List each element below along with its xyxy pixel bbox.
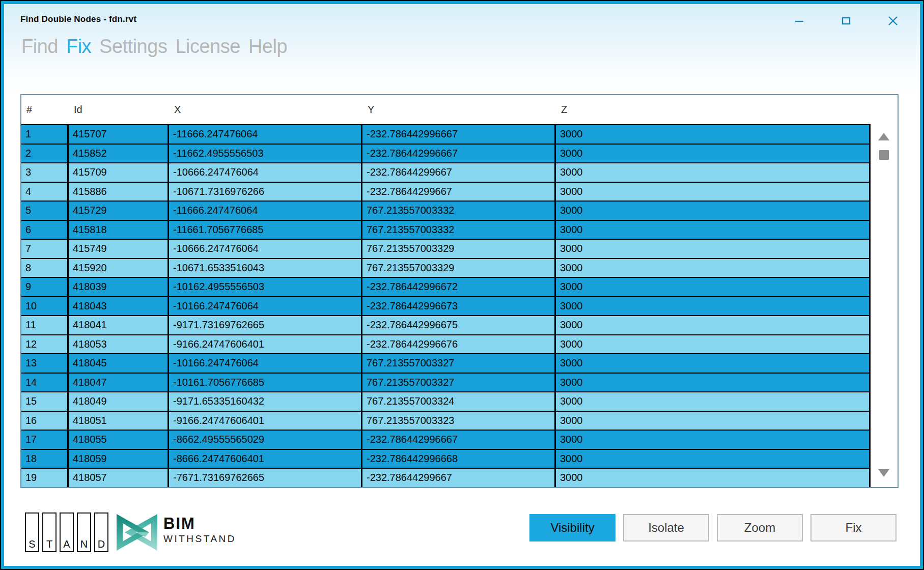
table-row[interactable]: 18418059-8666.24747606401-232.7864429966… — [21, 449, 871, 468]
scroll-thumb[interactable] — [879, 150, 889, 160]
table-row[interactable]: 3415709-10666.247476064-232.786442996673… — [21, 162, 871, 182]
cell: 415707 — [69, 125, 169, 144]
cell: 415729 — [69, 202, 169, 220]
cell: -10666.247476064 — [169, 240, 362, 258]
menu-item-settings[interactable]: Settings — [99, 36, 167, 58]
cell: -10666.247476064 — [169, 163, 362, 182]
cell: 3000 — [556, 374, 871, 392]
window-controls — [794, 15, 899, 26]
cell: 3000 — [556, 221, 871, 239]
table-row[interactable]: 12418053-9166.24747606401-232.7864429966… — [21, 334, 871, 354]
cell: 3000 — [556, 412, 871, 430]
cell: 3000 — [556, 316, 871, 334]
cell: -232.786442996667 — [362, 431, 556, 449]
table-row[interactable]: 19418057-7671.73169762665-232.7864429966… — [21, 468, 871, 487]
cell: 415709 — [69, 163, 169, 182]
table-row[interactable]: 15418049-9171.65335160432767.21355700332… — [21, 391, 871, 411]
app-window: Find Double Nodes - fdn.rvt FindFixSetti… — [0, 0, 924, 570]
cell: 418045 — [69, 354, 169, 373]
cell: 3000 — [556, 145, 871, 163]
stand-logo-letter: S — [25, 512, 39, 552]
table-row[interactable]: 10418043-10166.247476064-232.78644299667… — [21, 296, 871, 316]
cell: 16 — [21, 412, 69, 430]
cell: 415852 — [69, 145, 169, 163]
stand-logo-letter: A — [60, 512, 74, 552]
cell: 418039 — [69, 278, 169, 296]
brand-bim: BIM — [163, 516, 236, 531]
cell: 3000 — [556, 259, 871, 277]
table-row[interactable]: 16418051-9166.24747606401767.21355700332… — [21, 411, 871, 430]
isolate-button[interactable]: Isolate — [623, 514, 709, 542]
cell: 418055 — [69, 431, 169, 449]
table-header: #IdXYZ — [21, 95, 898, 124]
cell: 415818 — [69, 221, 169, 239]
cell: 418059 — [69, 450, 169, 468]
cell: 767.213557003324 — [362, 392, 556, 411]
bim-withstand-logo-icon — [116, 513, 158, 552]
cell: 418051 — [69, 412, 169, 430]
cell: 7 — [21, 240, 69, 258]
cell: 14 — [21, 374, 69, 392]
cell: 5 — [21, 202, 69, 220]
cell: -232.786442996673 — [362, 297, 556, 316]
cell: -232.78644299667 — [362, 469, 556, 487]
cell: 3000 — [556, 202, 871, 220]
maximize-icon[interactable] — [841, 15, 852, 26]
cell: 3000 — [556, 354, 871, 373]
menu-item-help[interactable]: Help — [248, 36, 287, 58]
cell: -8662.49555565029 — [169, 431, 362, 449]
stand-logo-letter: T — [42, 512, 57, 552]
cell: 9 — [21, 278, 69, 296]
cell: 6 — [21, 221, 69, 239]
cell: -11666.247476064 — [169, 202, 362, 220]
table-row[interactable]: 9418039-10162.4955556503-232.78644299667… — [21, 277, 871, 296]
cell: -10671.6533516043 — [169, 259, 362, 277]
table-row[interactable]: 14418047-10161.7056776685767.21355700332… — [21, 373, 871, 392]
fix-button[interactable]: Fix — [810, 514, 897, 542]
cell: 4 — [21, 183, 69, 201]
cell: 418041 — [69, 316, 169, 334]
cell: -11661.7056776685 — [169, 221, 362, 239]
cell: 3000 — [556, 278, 871, 296]
table-row[interactable]: 8415920-10671.6533516043767.213557003329… — [21, 258, 871, 277]
column-header-y: Y — [362, 104, 556, 116]
table-row[interactable]: 7415749-10666.247476064767.2135570033293… — [21, 239, 871, 258]
table-row[interactable]: 5415729-11666.247476064767.2135570033323… — [21, 201, 871, 220]
cell: 18 — [21, 450, 69, 468]
zoom-button[interactable]: Zoom — [717, 514, 803, 542]
menu-bar: FindFixSettingsLicenseHelp — [21, 36, 287, 58]
cell: 767.213557003327 — [362, 354, 556, 373]
brand-text: BIM WITHSTAND — [163, 516, 236, 544]
cell: 415886 — [69, 183, 169, 201]
table-row[interactable]: 2415852-11662.4955556503-232.78644299666… — [21, 144, 871, 163]
column-header-id: Id — [69, 104, 169, 116]
cell: 3000 — [556, 450, 871, 468]
cell: 415749 — [69, 240, 169, 258]
menu-item-find[interactable]: Find — [21, 36, 58, 58]
cell: 3000 — [556, 431, 871, 449]
cell: 767.213557003323 — [362, 412, 556, 430]
cell: -8666.24747606401 — [169, 450, 362, 468]
menu-item-fix[interactable]: Fix — [66, 36, 91, 58]
cell: 1 — [21, 125, 69, 144]
cell: 3000 — [556, 297, 871, 316]
cell: 3000 — [556, 335, 871, 354]
scroll-up-icon[interactable] — [878, 133, 889, 140]
stand-logo: STAND — [25, 512, 108, 552]
table-row[interactable]: 1415707-11666.247476064-232.786442996667… — [21, 124, 871, 144]
visibility-button[interactable]: Visibility — [529, 514, 615, 542]
table-row[interactable]: 13418045-10166.247476064767.213557003327… — [21, 353, 871, 373]
table-row[interactable]: 17418055-8662.49555565029-232.7864429966… — [21, 430, 871, 449]
table-row[interactable]: 6415818-11661.7056776685767.213557003332… — [21, 220, 871, 239]
minimize-icon[interactable] — [794, 15, 805, 26]
cell: 767.213557003329 — [362, 240, 556, 258]
table-row[interactable]: 11418041-9171.73169762665-232.7864429966… — [21, 315, 871, 334]
table-row[interactable]: 4415886-10671.7316976266-232.78644299667… — [21, 182, 871, 201]
menu-item-license[interactable]: License — [175, 36, 240, 58]
cell: 767.213557003329 — [362, 259, 556, 277]
scroll-down-icon[interactable] — [878, 469, 889, 477]
close-icon[interactable] — [887, 15, 899, 26]
cell: 17 — [21, 431, 69, 449]
stand-logo-letter: D — [94, 512, 108, 552]
cell: -232.78644299667 — [362, 163, 556, 182]
